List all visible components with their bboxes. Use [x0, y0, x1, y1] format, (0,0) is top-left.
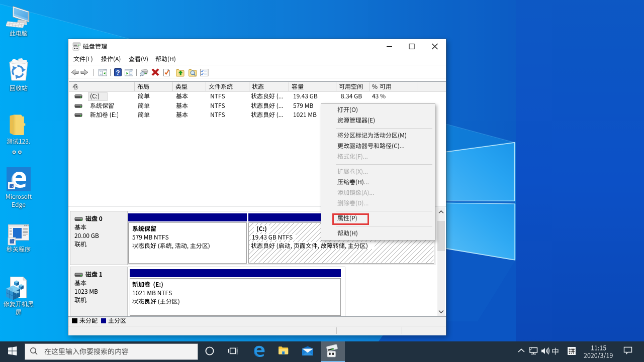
svg-text:?: ? [116, 69, 120, 76]
